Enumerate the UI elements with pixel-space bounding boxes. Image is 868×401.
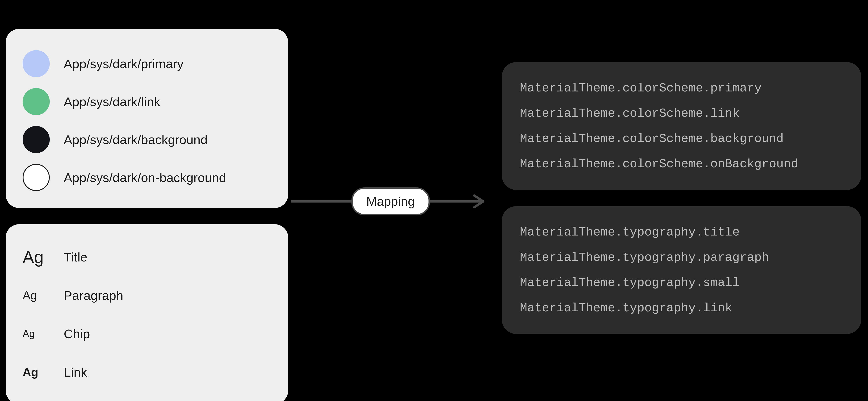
- mapping-connector: Mapping: [291, 192, 490, 210]
- code-line: MaterialTheme.typography.paragraph: [520, 245, 843, 270]
- type-token-label: Link: [64, 365, 87, 379]
- design-tokens-typography-card: Ag Title Ag Paragraph Ag Chip Ag Link: [6, 224, 288, 401]
- color-token-row: App/sys/dark/link: [23, 82, 271, 121]
- code-line: MaterialTheme.typography.link: [520, 296, 843, 321]
- type-glyph-link: Ag: [23, 365, 50, 379]
- type-token-label: Title: [64, 250, 88, 264]
- swatch-primary: [23, 50, 50, 77]
- code-typography-card: MaterialTheme.typography.title MaterialT…: [502, 206, 861, 334]
- code-line: MaterialTheme.colorScheme.onBackground: [520, 152, 843, 177]
- code-line: MaterialTheme.typography.title: [520, 220, 843, 245]
- type-token-row: Ag Paragraph: [23, 276, 271, 314]
- type-glyph-paragraph: Ag: [23, 289, 50, 302]
- type-token-row: Ag Link: [23, 353, 271, 391]
- color-token-label: App/sys/dark/background: [64, 132, 208, 147]
- type-glyph-chip: Ag: [23, 328, 50, 339]
- color-token-label: App/sys/dark/link: [64, 94, 160, 109]
- code-line: MaterialTheme.typography.small: [520, 270, 843, 296]
- type-token-row: Ag Title: [23, 238, 271, 276]
- design-tokens-colors-card: App/sys/dark/primary App/sys/dark/link A…: [6, 29, 288, 208]
- type-glyph-title: Ag: [23, 247, 50, 267]
- type-token-label: Paragraph: [64, 288, 123, 303]
- type-token-label: Chip: [64, 327, 90, 341]
- diagram-canvas: App/sys/dark/primary App/sys/dark/link A…: [0, 0, 868, 401]
- type-token-row: Ag Chip: [23, 314, 271, 353]
- swatch-link: [23, 88, 50, 115]
- color-token-row: App/sys/dark/primary: [23, 45, 271, 82]
- mapping-pill: Mapping: [351, 188, 430, 215]
- swatch-on-background: [23, 164, 50, 191]
- code-line: MaterialTheme.colorScheme.link: [520, 101, 843, 126]
- code-line: MaterialTheme.colorScheme.primary: [520, 76, 843, 101]
- color-token-row: App/sys/dark/background: [23, 121, 271, 159]
- code-colorscheme-card: MaterialTheme.colorScheme.primary Materi…: [502, 62, 861, 190]
- color-token-row: App/sys/dark/on-background: [23, 159, 271, 196]
- color-token-label: App/sys/dark/on-background: [64, 170, 226, 185]
- swatch-background: [23, 126, 50, 153]
- color-token-label: App/sys/dark/primary: [64, 57, 184, 71]
- code-line: MaterialTheme.colorScheme.background: [520, 126, 843, 152]
